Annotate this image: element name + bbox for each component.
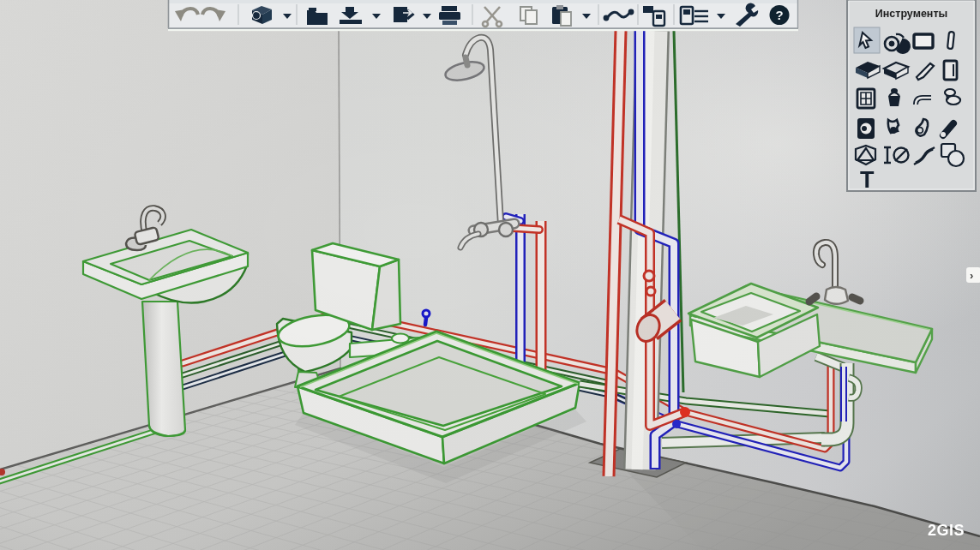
svg-text:›: ›	[970, 269, 973, 282]
svg-text:T: T	[860, 167, 875, 193]
svg-text:2GIS: 2GIS	[928, 522, 965, 539]
svg-text:Инструменты: Инструменты	[875, 8, 947, 20]
svg-text:?: ?	[775, 8, 783, 22]
